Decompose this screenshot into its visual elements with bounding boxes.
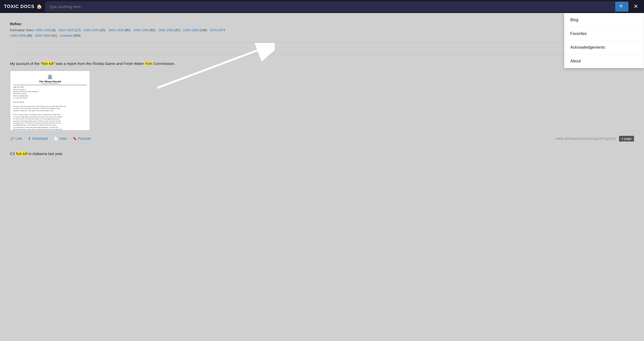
refine-years: Estimated Years: 1900-1909 (8) 1910-1919… [10,27,634,38]
search-button[interactable]: 🔍 [615,2,628,11]
download-label: Download [32,137,48,141]
favorite-label: Favorite [78,137,91,141]
estimated-years-label: Estimated Years: [10,28,34,32]
refid-info: refid# oDKNqkRqZQKqOnapV2DYg4XQX 1 page [555,136,634,142]
year-link-1970[interactable]: 1970-1979 [210,28,225,32]
logo-text: TOXIC DOCS [4,4,34,9]
year-link-1990[interactable]: 1990-1999 [10,34,26,37]
link-action[interactable]: 🔗 Link [10,137,22,141]
favorite-action[interactable]: 🔖 Favorite [73,137,91,141]
main-content: Refine: Estimated Years: 1900-1909 (8) 1… [0,13,644,341]
menu-item-about[interactable]: About [564,54,644,68]
home-icon[interactable]: 🏠 [36,4,42,9]
link-icon: 🔗 [10,137,14,141]
link-label: Link [16,137,22,141]
refine-section: Refine: Estimated Years: 1900-1909 (8) 1… [10,18,634,43]
page-count-badge: 1 page [619,136,634,142]
menu-item-favorites[interactable]: Favorites [564,27,644,41]
site-logo[interactable]: TOXIC DOCS 🏠 [4,4,42,9]
year-link-1960[interactable]: 1960-1969 [183,28,198,32]
search-bar: 🔍 [45,1,628,12]
newspaper-logo-icon: 🏛️ [13,74,87,79]
advanced-search-row: Advanced Search [10,47,634,55]
year-link-undated[interactable]: Undated [60,34,72,37]
year-link-2000[interactable]: 2000-2009 [35,34,50,37]
year-link-1920[interactable]: 1920-1929 [83,28,99,32]
download-icon: ⬇ [28,137,31,141]
highlight-fish: fish kill [42,61,54,66]
view-label: View [59,137,67,141]
newspaper-tagline: A KNIGHT NEWSPAPER [13,83,87,84]
document-thumbnail[interactable]: 🏛️ The Miami Herald A KNIGHT NEWSPAPER J… [10,71,90,131]
thumbnail-inner: 🏛️ The Miami Herald A KNIGHT NEWSPAPER J… [10,71,90,130]
download-action[interactable]: ⬇ Download [28,137,48,141]
result-description-2: C3 fish kill in Alabama last year. [10,151,634,157]
view-action[interactable]: 📄 View [54,137,67,141]
view-icon: 📄 [54,137,58,141]
close-icon: ✕ [634,3,638,9]
year-link-1910[interactable]: 1910-1919 [58,28,74,32]
favorite-icon: 🔖 [73,137,77,141]
action-bar: 🔗 Link ⬇ Download 📄 View 🔖 Favorite refi… [10,133,634,144]
dropdown-menu: Blog Favorites Acknowledgements About [564,13,644,68]
result-item-2: C3 fish kill in Alabama last year. [10,151,634,157]
search-icon: 🔍 [619,4,624,9]
year-link-1950[interactable]: 1950-1959 [158,28,174,32]
year-link-1940[interactable]: 1940-1949 [133,28,149,32]
refine-label: Refine: [10,22,634,26]
year-link-1930[interactable]: 1930-1939 [108,28,124,32]
highlight-fish3: fish kill [16,152,28,156]
newspaper-header: 🏛️ The Miami Herald A KNIGHT NEWSPAPER [13,74,87,85]
result-doc-row: 🏛️ The Miami Herald A KNIGHT NEWSPAPER J… [10,71,634,131]
menu-item-blog[interactable]: Blog [564,13,644,27]
newspaper-name: The Miami Herald [13,80,87,83]
year-link-1900[interactable]: 1900-1909 [35,28,51,32]
header: TOXIC DOCS 🏠 🔍 ✕ [0,0,644,13]
search-input[interactable] [46,2,615,11]
result-description: My account of the “fish kill” was a repo… [10,61,634,67]
result-item: My account of the “fish kill” was a repo… [10,61,634,144]
highlight-fish2: Fish [145,61,152,66]
close-button[interactable]: ✕ [632,2,640,11]
menu-item-acknowledgements[interactable]: Acknowledgements [564,41,644,54]
refid-text: refid# oDKNqkRqZQKqOnapV2DYg4XQX [555,137,616,141]
doc-date: July 14, 1970 [13,86,87,88]
doc-body: James B. McKee Jr. Associate Director of… [13,89,87,130]
